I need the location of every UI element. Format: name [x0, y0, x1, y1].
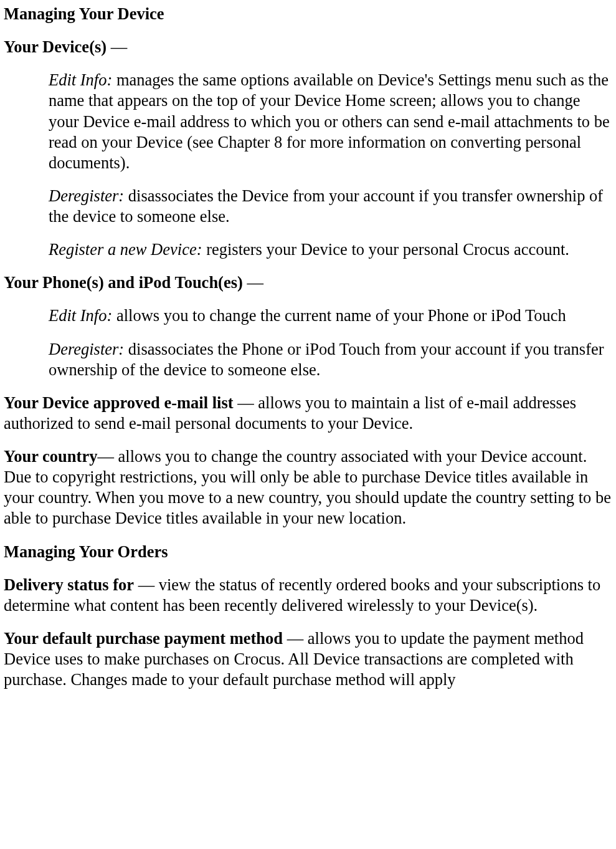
phone-deregister-text: disassociates the Phone or iPod Touch fr… — [49, 340, 604, 379]
your-devices-edit-info: Edit Info: manages the same options avai… — [49, 70, 611, 173]
your-devices-deregister: Deregister: disassociates the Device fro… — [49, 186, 611, 227]
your-devices-line: Your Device(s) — — [4, 37, 611, 57]
email-list-paragraph: Your Device approved e-mail list — allow… — [4, 393, 611, 434]
register-label: Register a new Device: — [49, 240, 202, 259]
heading-managing-device: Managing Your Device — [4, 4, 611, 24]
your-country-paragraph: Your country— allows you to change the c… — [4, 446, 611, 529]
your-devices-label: Your Device(s) — [4, 37, 107, 56]
deregister-label: Deregister: — [49, 186, 124, 205]
heading-managing-orders: Managing Your Orders — [4, 542, 611, 562]
your-phones-edit-info: Edit Info: allows you to change the curr… — [49, 305, 611, 326]
payment-method-label: Your default purchase payment method — [4, 629, 283, 648]
edit-info-text: manages the same options available on De… — [49, 70, 610, 172]
phone-deregister-label: Deregister: — [49, 340, 124, 358]
your-devices-register: Register a new Device: registers your De… — [49, 239, 611, 260]
deregister-text: disassociates the Device from your accou… — [49, 186, 603, 226]
phone-edit-info-label: Edit Info: — [49, 306, 112, 325]
your-country-label: Your country — [4, 447, 97, 466]
your-phones-label: Your Phone(s) and iPod Touch(es) — [4, 273, 243, 292]
your-phones-dash: — — [243, 273, 263, 292]
register-text: registers your Device to your personal C… — [202, 240, 569, 259]
edit-info-label: Edit Info: — [49, 70, 112, 89]
your-devices-dash: — — [107, 37, 127, 56]
email-list-label: Your Device approved e-mail list — [4, 393, 234, 412]
payment-method-paragraph: Your default purchase payment method — a… — [4, 628, 611, 690]
your-phones-line: Your Phone(s) and iPod Touch(es) — — [4, 272, 611, 293]
delivery-status-paragraph: Delivery status for — view the status of… — [4, 575, 611, 616]
phone-edit-info-text: allows you to change the current name of… — [112, 306, 566, 325]
your-phones-deregister: Deregister: disassociates the Phone or i… — [49, 339, 611, 380]
delivery-status-label: Delivery status for — [4, 575, 134, 594]
